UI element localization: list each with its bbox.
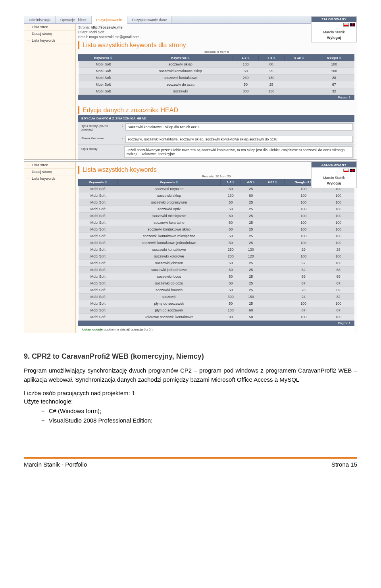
pager[interactable]: Pages: 1 [78, 95, 354, 100]
table-cell [284, 88, 314, 95]
sort-icon: ⇅ [232, 181, 235, 184]
sidebar-item-lista-stron[interactable]: →Lista stron [24, 162, 75, 169]
sidebar-item-lista-keywords[interactable]: →Lista keywords [24, 37, 75, 44]
column-header[interactable]: Keywords⇅ [79, 55, 128, 61]
table-cell [261, 192, 285, 199]
arrow-icon: → [27, 170, 30, 174]
table-cell: Mobi Soft [79, 273, 118, 280]
column-header[interactable]: 6-10⇅ [261, 179, 285, 186]
table-row: Mobi Softsoczewki progresywne5025100100 [79, 199, 354, 206]
table-cell: 50 [221, 186, 241, 192]
table-cell: 50 [221, 199, 241, 206]
table-cell: 100 [285, 300, 323, 307]
table-cell [261, 260, 285, 267]
flag-en-icon[interactable] [350, 169, 355, 172]
footer-right: Strona 15 [331, 461, 357, 468]
column-header[interactable]: 4-5⇅ [258, 55, 284, 61]
table-cell: kolorowe soczewki kontaktowe [117, 314, 221, 321]
user-name: Marcin Stanik [312, 173, 356, 181]
sidebar-item-label: Lista keywords [32, 177, 56, 181]
table-cell [261, 314, 285, 321]
column-header[interactable]: Google⇅ [314, 55, 354, 61]
column-header[interactable]: 6-10⇅ [284, 55, 314, 61]
arrow-icon: → [27, 25, 30, 29]
table-cell: 100 [323, 213, 354, 219]
table-cell: 97 [285, 260, 323, 267]
pager[interactable]: Pages: 1 [78, 321, 354, 326]
table-row: Mobi Softsoczewki johnson502597100 [79, 260, 354, 267]
table-row: Mobi Softsoczewki3001502432 [79, 294, 354, 300]
table-cell: Mobi Soft [79, 206, 118, 213]
arrow-icon: → [27, 163, 30, 167]
table-row: Mobi Softsoczewki do oczu502567 [79, 81, 354, 88]
table-row: Mobi Softsoczewki sklep13080100100 [79, 192, 354, 199]
table-cell [261, 199, 285, 206]
head-edit-title: Edycja danych z znacznika HEAD [83, 107, 178, 114]
table-row: Mobi Softsoczewki kontaktowe25013028 [79, 75, 354, 81]
table-cell: 100 [285, 314, 323, 321]
logout-link[interactable]: Wyloguj [312, 181, 356, 188]
table-cell: soczewki kontaktowe [128, 75, 233, 81]
bullet-item: VisualStudio 2008 Professional Edition; [41, 416, 357, 425]
table-cell: Mobi Soft [79, 226, 118, 233]
sidebar-item-dodaj-strone[interactable]: →Dodaj stronę [24, 31, 75, 37]
tab-administracja[interactable]: Administracja [24, 16, 56, 23]
email-value: maga.soczewki.me@gmail.com [89, 35, 140, 39]
sort-icon: ⇅ [247, 56, 250, 59]
table-cell: 90 [221, 314, 241, 321]
table-cell: 100 [323, 192, 354, 199]
sidebar-item-lista-keywords[interactable]: →Lista keywords [24, 175, 75, 182]
table-cell: 76 [285, 287, 323, 294]
table-cell: 100 [323, 199, 354, 206]
tab-operacje-klient[interactable]: Operacje - klient [56, 16, 92, 23]
tab-pozycjonowanie[interactable]: Pozycjonowanie [92, 16, 127, 24]
table-cell: Mobi Soft [79, 280, 118, 287]
table-cell: 100 [285, 192, 323, 199]
table-cell: 200 [221, 253, 241, 260]
sidebar-item-lista-stron[interactable]: →Lista stron [24, 24, 75, 31]
table-cell: Mobi Soft [79, 240, 118, 246]
section-heading: 9. CPR2 to CaravanProfi2 WEB (komercyjny… [24, 352, 357, 361]
table-cell: 82 [323, 287, 354, 294]
table-cell: 50 [221, 300, 241, 307]
table-cell: 25 [241, 186, 261, 192]
table-cell: Mobi Soft [79, 186, 118, 192]
column-header[interactable]: Keywords⇅ [117, 179, 221, 186]
logout-link[interactable]: Wyloguj [312, 35, 356, 42]
table-cell: Mobi Soft [79, 294, 118, 300]
form-field-description[interactable]: Jeżeli poszukiwanym przez Ciebie towarem… [124, 146, 353, 158]
records-count: Records: 5 from 5 [78, 50, 354, 54]
column-header[interactable]: 4-5⇅ [241, 179, 261, 186]
tab-pozycjonowanie-dane[interactable]: Pozycjonowanie dane [127, 16, 172, 23]
table-cell: soczewki do oczu [128, 81, 233, 88]
table-cell: Mobi Soft [79, 307, 118, 314]
table-cell: 150 [241, 294, 261, 300]
form-field-keywords[interactable]: soczewki, soczewki kontaktowe, soczewki … [125, 136, 353, 143]
sort-icon: ⇅ [275, 181, 277, 184]
form-field-title[interactable]: Soczewki kontaktowe - sklep dla twoich o… [125, 123, 353, 131]
login-badge: ZALOGOWANY [312, 162, 356, 167]
flag-pl-icon[interactable] [343, 23, 349, 27]
sidebar-item-dodaj-strone[interactable]: →Dodaj stronę [24, 169, 75, 175]
table-cell [284, 75, 314, 81]
table-cell: 25 [241, 233, 261, 240]
column-header[interactable]: 1-3⇅ [233, 55, 259, 61]
table-cell: Mobi Soft [79, 219, 118, 226]
footer-left: Marcin Stanik - Portfolio [24, 461, 87, 468]
table-cell: 80 [241, 192, 261, 199]
column-header[interactable]: Keywords⇅ [128, 55, 233, 61]
table-cell: soczewki sklep [128, 61, 233, 68]
table-row: Mobi Softsoczewki kontaktowe sklep502510… [79, 68, 354, 75]
head-edit-header: EDYCJA DANYCH Z ZNACZNIKA HEAD [78, 115, 354, 122]
accent-bar [78, 106, 79, 114]
column-header[interactable]: 1-3⇅ [221, 179, 241, 186]
table-cell: 25 [241, 206, 261, 213]
table-cell: 100 [285, 226, 323, 233]
status-link[interactable]: Ustaw google [82, 328, 103, 331]
flag-pl-icon[interactable] [343, 169, 349, 172]
table-cell: 69 [323, 273, 354, 280]
flag-en-icon[interactable] [350, 23, 355, 27]
column-header[interactable]: Keywords⇅ [79, 179, 118, 186]
table-cell: 50 [241, 314, 261, 321]
table-cell: 67 [323, 280, 354, 287]
